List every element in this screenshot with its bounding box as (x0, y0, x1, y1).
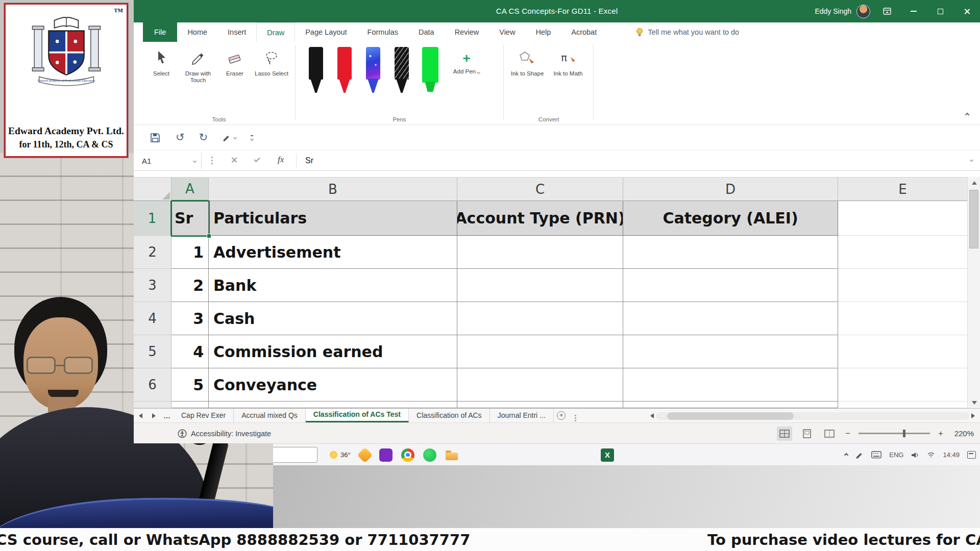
file-explorer-icon[interactable] (445, 448, 458, 462)
cell-E5[interactable] (838, 335, 967, 368)
tab-draw[interactable]: Draw (256, 22, 295, 42)
cell-B3[interactable]: Bank (209, 269, 457, 302)
ribbon-display-options-button[interactable] (874, 0, 900, 22)
row-header-4[interactable]: 4 (134, 302, 172, 335)
cell-B5[interactable]: Commission earned (209, 335, 457, 368)
tab-acrobat[interactable]: Acrobat (561, 22, 607, 42)
scroll-down-button[interactable] (968, 397, 980, 408)
redo-button[interactable]: ↻ (199, 132, 208, 143)
add-pen-button[interactable]: + Add Pen (450, 47, 483, 74)
zoom-in-button[interactable]: + (937, 429, 944, 439)
zoom-slider-thumb[interactable] (903, 430, 905, 437)
app-icon-purple[interactable] (379, 448, 393, 462)
ink-to-math-button[interactable]: π Ink to Math (548, 44, 589, 77)
vertical-scroll-thumb[interactable] (969, 190, 978, 248)
cell-D1[interactable]: Category (ALEI) (623, 201, 838, 236)
row-header-1[interactable]: 1 (134, 201, 172, 236)
page-break-view-button[interactable] (822, 427, 837, 441)
close-button[interactable] (953, 0, 980, 22)
pen-mode-button[interactable] (222, 133, 236, 142)
lasso-select-button[interactable]: Lasso Select (253, 44, 290, 77)
formula-input[interactable]: Sr (305, 151, 313, 171)
page-layout-view-button[interactable] (799, 427, 815, 441)
cell-C1[interactable]: Account Type (PRN) (457, 201, 623, 236)
account-area[interactable]: Eddy Singh (815, 0, 870, 22)
undo-button[interactable]: ↺ (176, 132, 185, 143)
cell-C5[interactable] (457, 335, 623, 368)
pen-textured[interactable] (387, 47, 416, 100)
vertical-scrollbar[interactable] (967, 177, 980, 408)
expand-formula-bar-icon[interactable] (970, 158, 973, 162)
pen-black[interactable] (302, 47, 330, 100)
cell-D5[interactable] (623, 335, 838, 368)
sheet-tab-cap-rev-exer[interactable]: Cap Rev Exer (174, 409, 234, 422)
save-button[interactable] (149, 132, 161, 144)
accessibility-status[interactable]: Accessibility: Investigate (178, 423, 271, 444)
row-header-2[interactable]: 2 (134, 236, 172, 269)
cell-A1[interactable]: Sr (172, 201, 209, 236)
cell-A3[interactable]: 2 (172, 269, 209, 302)
zoom-level[interactable]: 220% (951, 429, 974, 438)
zoom-slider[interactable] (859, 433, 930, 434)
tab-home[interactable]: Home (177, 22, 217, 42)
sheet-nav-right-button[interactable] (147, 409, 160, 422)
tab-view[interactable]: View (489, 22, 525, 42)
network-icon[interactable] (927, 452, 935, 459)
select-all-corner[interactable] (134, 178, 172, 201)
sheet-tab-classification-of-acs[interactable]: Classification of ACs (409, 409, 490, 422)
cell-D2[interactable] (623, 236, 838, 269)
cancel-entry-icon[interactable] (231, 157, 237, 163)
row-header-5[interactable]: 5 (134, 335, 172, 368)
cell-B2[interactable]: Advertisement (209, 236, 457, 269)
cell-A4[interactable]: 3 (172, 302, 209, 335)
pen-galaxy[interactable] (359, 47, 387, 100)
action-center-icon[interactable] (967, 451, 976, 459)
cell-B7[interactable] (209, 402, 457, 408)
cell-E2[interactable] (838, 236, 967, 269)
cell-C3[interactable] (457, 269, 623, 302)
cell-D3[interactable] (623, 269, 838, 302)
clock[interactable]: 14:49 (943, 451, 960, 459)
normal-view-button[interactable] (777, 427, 792, 441)
select-button[interactable]: Select (143, 44, 180, 77)
cell-C4[interactable] (457, 302, 623, 335)
scroll-left-button[interactable] (650, 413, 654, 418)
insert-function-button[interactable]: fx (278, 155, 284, 165)
sheet-tab-classification-of-acs-test[interactable]: Classification of ACs Test (306, 409, 409, 422)
confirm-entry-icon[interactable] (254, 156, 260, 162)
formula-bar-handle[interactable] (211, 157, 213, 158)
excel-app-icon[interactable]: X (601, 448, 614, 462)
row-header-6[interactable]: 6 (134, 368, 172, 402)
sheet-tab-journal-entries[interactable]: Journal Entri ... (490, 409, 554, 422)
pen-tray-icon[interactable] (855, 451, 864, 459)
cell-E4[interactable] (838, 302, 967, 335)
app-icon-news[interactable] (357, 447, 373, 463)
tab-data[interactable]: Data (408, 22, 445, 42)
sheet-tab-options[interactable] (569, 409, 582, 422)
name-box[interactable]: A1 (137, 153, 202, 169)
cell-A7[interactable] (172, 402, 209, 408)
cell-B1[interactable]: Particulars (209, 201, 457, 236)
column-header-A[interactable]: A (172, 178, 209, 201)
cell-A2[interactable]: 1 (172, 236, 209, 269)
tab-insert[interactable]: Insert (217, 22, 256, 42)
cell-C2[interactable] (457, 236, 623, 269)
horizontal-scroll-track[interactable] (656, 412, 969, 420)
maximize-button[interactable] (927, 0, 953, 22)
column-header-C[interactable]: C (457, 178, 623, 201)
speaker-icon[interactable] (911, 452, 919, 459)
sheet-list-button[interactable]: … (160, 409, 174, 422)
language-indicator[interactable]: ENG (889, 451, 903, 459)
sheet-tab-accrual-mixed-qs[interactable]: Accrual mixed Qs (234, 409, 306, 422)
app-icon-green[interactable] (423, 448, 436, 462)
tab-formulas[interactable]: Formulas (357, 22, 408, 42)
customize-qat-button[interactable] (251, 135, 253, 140)
pen-highlighter[interactable] (416, 47, 445, 100)
column-header-D[interactable]: D (623, 178, 838, 201)
cell-D4[interactable] (623, 302, 838, 335)
pen-red[interactable] (330, 47, 359, 100)
keyboard-icon[interactable] (871, 451, 881, 459)
tab-help[interactable]: Help (525, 22, 561, 42)
column-header-E[interactable]: E (838, 178, 967, 201)
zoom-out-button[interactable]: − (844, 429, 851, 439)
